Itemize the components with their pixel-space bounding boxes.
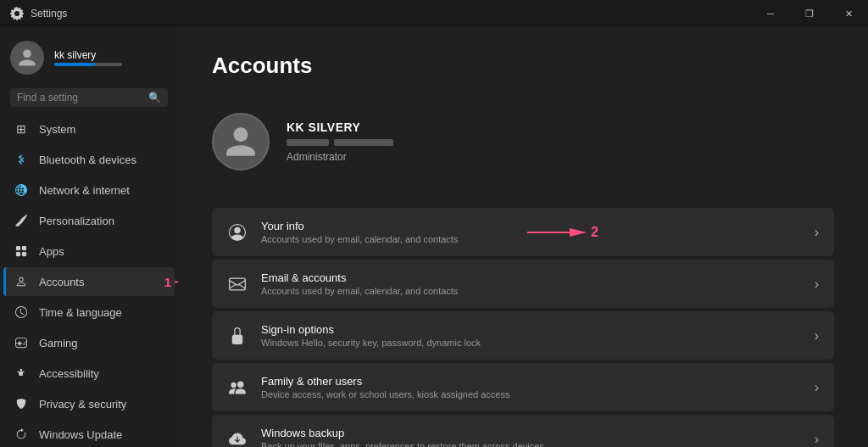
user-avatar-icon bbox=[17, 47, 37, 68]
accounts-icon bbox=[14, 274, 29, 289]
annotation-1: 1 bbox=[164, 275, 178, 289]
search-box[interactable]: 🔍 bbox=[10, 88, 168, 107]
gaming-icon bbox=[14, 335, 29, 350]
settings-item-backup[interactable]: Windows backup Back up your files, apps,… bbox=[212, 415, 834, 447]
profile-card: KK SILVERY Administrator bbox=[212, 99, 834, 184]
profile-info: KK SILVERY Administrator bbox=[287, 120, 393, 163]
personalization-icon bbox=[14, 213, 29, 228]
your-info-subtitle: Accounts used by email, calendar, and co… bbox=[261, 234, 801, 244]
sidebar-item-system[interactable]: ⊞ System bbox=[3, 115, 175, 143]
bluetooth-icon bbox=[14, 152, 29, 167]
privacy-icon bbox=[14, 396, 29, 411]
sidebar-item-label: Gaming bbox=[39, 337, 78, 349]
email-title: Email & accounts bbox=[261, 271, 801, 284]
network-icon bbox=[14, 182, 29, 198]
family-subtitle: Device access, work or school users, kio… bbox=[261, 389, 801, 400]
accessibility-icon bbox=[14, 366, 29, 381]
sidebar-item-accounts[interactable]: Accounts 1 bbox=[3, 267, 175, 296]
your-info-chevron: › bbox=[815, 225, 819, 240]
minimize-button[interactable]: ─ bbox=[751, 0, 790, 27]
sidebar-item-label: Personalization bbox=[39, 215, 114, 227]
backup-chevron: › bbox=[815, 432, 819, 447]
email-subtitle: Accounts used by email, calendar, and co… bbox=[261, 286, 801, 296]
profile-avatar-icon bbox=[223, 124, 259, 159]
signin-icon bbox=[227, 326, 248, 346]
backup-icon bbox=[227, 429, 248, 448]
sidebar-item-bluetooth[interactable]: Bluetooth & devices bbox=[3, 145, 175, 174]
sidebar-progress-bar bbox=[54, 63, 122, 66]
main-layout: kk silvery 🔍 ⊞ System Bluetooth & device… bbox=[0, 27, 868, 447]
signin-text: Sign-in options Windows Hello, security … bbox=[261, 323, 801, 348]
settings-item-email[interactable]: Email & accounts Accounts used by email,… bbox=[212, 260, 834, 308]
settings-item-signin[interactable]: Sign-in options Windows Hello, security … bbox=[212, 311, 834, 360]
sidebar-item-label: System bbox=[39, 123, 75, 136]
close-button[interactable]: ✕ bbox=[829, 0, 868, 27]
titlebar: Settings ─ ❐ ✕ bbox=[0, 0, 868, 27]
apps-icon bbox=[14, 243, 29, 259]
profile-bar-2 bbox=[334, 139, 393, 146]
sidebar-item-label: Windows Update bbox=[39, 428, 122, 441]
sidebar-item-label: Time & language bbox=[39, 306, 122, 319]
profile-bar-1 bbox=[287, 139, 329, 146]
search-icon: 🔍 bbox=[148, 92, 161, 103]
titlebar-left: Settings bbox=[10, 7, 67, 20]
sidebar-item-label: Accounts bbox=[39, 276, 84, 288]
sidebar-item-apps[interactable]: Apps bbox=[3, 237, 175, 265]
time-icon bbox=[14, 305, 29, 320]
avatar bbox=[10, 41, 44, 75]
signin-chevron: › bbox=[815, 328, 819, 344]
titlebar-title: Settings bbox=[31, 8, 67, 20]
user-info: kk silvery bbox=[54, 49, 122, 66]
sidebar-item-label: Apps bbox=[39, 245, 64, 258]
sidebar-item-update[interactable]: Windows Update bbox=[3, 420, 175, 447]
sidebar-username: kk silvery bbox=[54, 49, 122, 61]
settings-item-wrapper-your-info: Your info Accounts used by email, calend… bbox=[212, 208, 834, 256]
sidebar-item-label: Accessibility bbox=[39, 367, 99, 380]
settings-item-your-info[interactable]: Your info Accounts used by email, calend… bbox=[212, 208, 834, 256]
search-input[interactable] bbox=[17, 92, 143, 103]
update-icon bbox=[14, 427, 29, 442]
sidebar-item-gaming[interactable]: Gaming bbox=[3, 328, 175, 357]
restore-button[interactable]: ❐ bbox=[790, 0, 829, 27]
email-icon bbox=[227, 274, 248, 294]
sidebar-user: kk silvery bbox=[0, 27, 178, 85]
system-icon: ⊞ bbox=[14, 121, 29, 137]
sidebar-item-accessibility[interactable]: Accessibility bbox=[3, 359, 175, 388]
profile-name: KK SILVERY bbox=[287, 120, 393, 134]
family-chevron: › bbox=[815, 380, 819, 395]
backup-subtitle: Back up your files, apps, preferences to… bbox=[261, 441, 801, 447]
family-text: Family & other users Device access, work… bbox=[261, 375, 801, 400]
sidebar-item-privacy[interactable]: Privacy & security bbox=[3, 389, 175, 418]
sidebar: kk silvery 🔍 ⊞ System Bluetooth & device… bbox=[0, 27, 178, 447]
profile-bars bbox=[287, 139, 393, 146]
backup-title: Windows backup bbox=[261, 427, 801, 439]
sidebar-item-label: Privacy & security bbox=[39, 398, 126, 411]
sidebar-item-label: Bluetooth & devices bbox=[39, 154, 136, 166]
your-info-text: Your info Accounts used by email, calend… bbox=[261, 220, 801, 244]
progress-fill bbox=[54, 63, 95, 66]
sidebar-item-network[interactable]: Network & internet bbox=[3, 176, 175, 204]
email-text: Email & accounts Accounts used by email,… bbox=[261, 271, 801, 296]
sidebar-item-time[interactable]: Time & language bbox=[3, 298, 175, 327]
settings-item-family[interactable]: Family & other users Device access, work… bbox=[212, 363, 834, 411]
settings-icon bbox=[10, 7, 24, 20]
your-info-icon bbox=[227, 222, 248, 243]
family-title: Family & other users bbox=[261, 375, 801, 388]
email-chevron: › bbox=[815, 277, 819, 292]
page-title: Accounts bbox=[212, 53, 834, 79]
signin-title: Sign-in options bbox=[261, 323, 801, 336]
titlebar-controls: ─ ❐ ✕ bbox=[751, 0, 868, 27]
signin-subtitle: Windows Hello, security key, password, d… bbox=[261, 338, 801, 348]
profile-role: Administrator bbox=[287, 151, 393, 163]
profile-avatar bbox=[212, 113, 270, 170]
content-area: Accounts KK SILVERY Administrator bbox=[178, 27, 868, 447]
family-icon bbox=[227, 377, 248, 398]
sidebar-item-personalization[interactable]: Personalization bbox=[3, 206, 175, 235]
your-info-title: Your info bbox=[261, 220, 801, 232]
sidebar-item-label: Network & internet bbox=[39, 184, 130, 197]
backup-text: Windows backup Back up your files, apps,… bbox=[261, 427, 801, 447]
